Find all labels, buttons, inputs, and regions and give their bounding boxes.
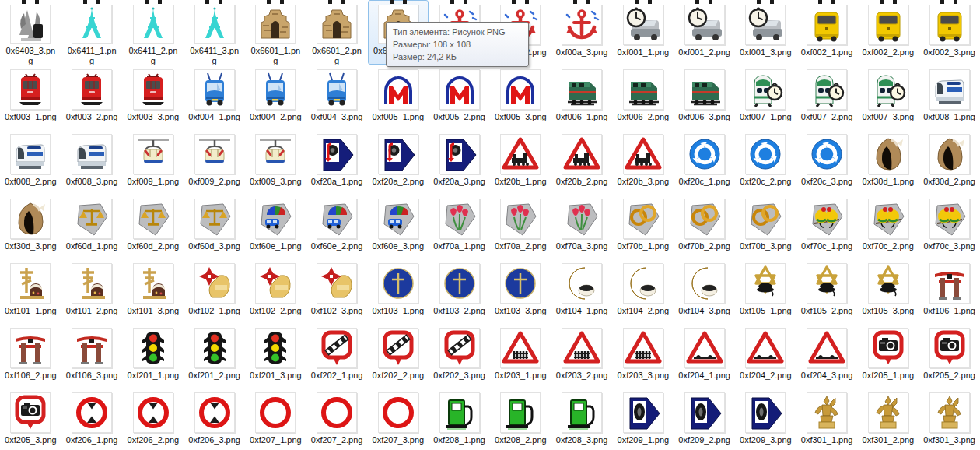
file-item[interactable]: 0xf104_1.png <box>551 258 613 323</box>
file-item[interactable]: 0xf106_1.png <box>919 258 980 323</box>
file-item[interactable]: 0xf20b_3.png <box>613 129 674 194</box>
file-item[interactable]: 0xf20c_2.png <box>735 129 796 194</box>
file-item[interactable]: 0xf301_1.png <box>796 388 858 450</box>
file-item[interactable]: 0xf70b_1.png <box>613 194 674 258</box>
file-item[interactable]: 0xf007_1.png <box>735 65 796 129</box>
file-item[interactable]: 0xf105_1.png <box>735 258 796 323</box>
file-item[interactable]: 0xf209_3.png <box>735 388 796 450</box>
file-item[interactable]: 0xf20a_1.png <box>306 129 368 194</box>
file-item[interactable]: 0xf30d_2.png <box>919 129 980 194</box>
file-item[interactable]: 0xf002_1.png <box>796 0 858 65</box>
file-item[interactable]: 0xf20b_1.png <box>490 129 551 194</box>
file-item[interactable]: 0xf209_1.png <box>613 388 674 450</box>
file-item[interactable]: 0xf207_1.png <box>245 388 306 450</box>
file-item[interactable]: 0xf103_1.png <box>368 258 429 323</box>
file-item[interactable]: 0xf004_1.png <box>184 65 245 129</box>
file-item[interactable]: 0xf205_1.png <box>858 323 919 388</box>
file-item[interactable]: 0xf70a_1.png <box>429 194 490 258</box>
file-item[interactable]: 0xf30d_3.png <box>0 194 61 258</box>
file-item[interactable]: 0xf004_3.png <box>306 65 368 129</box>
file-item[interactable]: 0xf006_1.png <box>551 65 613 129</box>
file-item[interactable]: 0xf301_3.png <box>919 388 980 450</box>
file-item[interactable]: 0xf005_2.png <box>429 65 490 129</box>
file-item[interactable]: 0xf209_2.png <box>674 388 735 450</box>
file-item[interactable]: 0xf104_2.png <box>613 258 674 323</box>
file-item[interactable]: 0x6601_1.png <box>245 0 306 65</box>
file-item[interactable]: 0xf009_2.png <box>184 129 245 194</box>
file-item[interactable]: 0xf70c_2.png <box>858 194 919 258</box>
file-item[interactable]: 0xf20c_1.png <box>674 129 735 194</box>
file-item[interactable]: 0xf301_2.png <box>858 388 919 450</box>
file-item[interactable]: 0xf202_2.png <box>368 323 429 388</box>
file-item[interactable]: 0xf102_1.png <box>184 258 245 323</box>
file-item[interactable]: 0xf208_1.png <box>429 388 490 450</box>
file-item[interactable]: 0xf102_3.png <box>306 258 368 323</box>
file-item[interactable]: 0xf205_2.png <box>919 323 980 388</box>
file-item[interactable]: 0xf106_2.png <box>0 323 61 388</box>
file-item[interactable]: 0xf20a_3.png <box>429 129 490 194</box>
file-item[interactable]: 0xf003_3.png <box>123 65 184 129</box>
file-item[interactable]: 0xf20a_2.png <box>368 129 429 194</box>
file-item[interactable]: 0xf101_1.png <box>0 258 61 323</box>
file-item[interactable]: 0xf70b_2.png <box>674 194 735 258</box>
file-item[interactable]: 0xf206_3.png <box>184 388 245 450</box>
file-item[interactable]: 0xf203_2.png <box>551 323 613 388</box>
file-item[interactable]: 0xf006_2.png <box>613 65 674 129</box>
file-item[interactable]: 0xf208_3.png <box>551 388 613 450</box>
file-item[interactable]: 0xf201_1.png <box>123 323 184 388</box>
file-item[interactable]: 0xf003_2.png <box>61 65 123 129</box>
file-item[interactable]: 0xf70c_3.png <box>919 194 980 258</box>
file-item[interactable]: 0xf006_3.png <box>674 65 735 129</box>
file-item[interactable]: 0xf203_3.png <box>613 323 674 388</box>
file-item[interactable]: 0xf007_3.png <box>858 65 919 129</box>
file-item[interactable]: 0xf106_3.png <box>61 323 123 388</box>
file-item[interactable]: 0xf60d_2.png <box>123 194 184 258</box>
file-item[interactable]: 0xf60e_2.png <box>306 194 368 258</box>
file-item[interactable]: 0xf204_3.png <box>796 323 858 388</box>
file-item[interactable]: 0xf001_2.png <box>674 0 735 65</box>
file-item[interactable]: 0xf208_2.png <box>490 388 551 450</box>
file-item[interactable]: 0xf00a_3.png <box>551 0 613 65</box>
file-item[interactable]: 0xf204_2.png <box>735 323 796 388</box>
file-item[interactable]: 0xf005_1.png <box>368 65 429 129</box>
file-item[interactable]: 0xf20c_3.png <box>796 129 858 194</box>
file-item[interactable]: 0xf002_2.png <box>858 0 919 65</box>
file-item[interactable]: 0xf001_3.png <box>735 0 796 65</box>
file-item[interactable]: 0xf204_1.png <box>674 323 735 388</box>
file-item[interactable]: 0xf001_1.png <box>613 0 674 65</box>
file-item[interactable]: 0xf005_3.png <box>490 65 551 129</box>
file-item[interactable]: 0xf203_1.png <box>490 323 551 388</box>
file-item[interactable]: 0xf105_2.png <box>796 258 858 323</box>
file-item[interactable]: 0xf002_3.png <box>919 0 980 65</box>
file-item[interactable]: 0x6403_3.png <box>0 0 61 65</box>
file-item[interactable]: 0xf70a_2.png <box>490 194 551 258</box>
file-item[interactable]: 0xf207_3.png <box>368 388 429 450</box>
file-item[interactable]: 0xf102_2.png <box>245 258 306 323</box>
file-item[interactable]: 0x6411_2.png <box>123 0 184 65</box>
file-item[interactable]: 0xf101_3.png <box>123 258 184 323</box>
file-item[interactable]: 0xf70a_3.png <box>551 194 613 258</box>
file-item[interactable]: 0xf008_2.png <box>0 129 61 194</box>
file-item[interactable]: 0xf104_3.png <box>674 258 735 323</box>
file-item[interactable]: 0xf20b_2.png <box>551 129 613 194</box>
file-item[interactable]: 0xf70c_1.png <box>796 194 858 258</box>
file-item[interactable]: 0xf60e_3.png <box>368 194 429 258</box>
file-item[interactable]: 0x6411_3.png <box>184 0 245 65</box>
file-item[interactable]: 0xf007_2.png <box>796 65 858 129</box>
file-item[interactable]: 0xf103_3.png <box>490 258 551 323</box>
file-item[interactable]: 0xf206_1.png <box>61 388 123 450</box>
file-item[interactable]: 0xf60d_1.png <box>61 194 123 258</box>
file-item[interactable]: 0xf30d_1.png <box>858 129 919 194</box>
file-item[interactable]: 0x6411_1.png <box>61 0 123 65</box>
file-item[interactable]: 0xf009_3.png <box>245 129 306 194</box>
file-item[interactable]: 0xf60d_3.png <box>184 194 245 258</box>
file-item[interactable]: 0xf105_3.png <box>858 258 919 323</box>
file-item[interactable]: 0xf70b_3.png <box>735 194 796 258</box>
file-item[interactable]: 0xf207_2.png <box>306 388 368 450</box>
file-item[interactable]: 0xf206_2.png <box>123 388 184 450</box>
file-item[interactable]: 0xf60e_1.png <box>245 194 306 258</box>
file-item[interactable]: 0xf205_3.png <box>0 388 61 450</box>
file-item[interactable]: 0xf201_2.png <box>184 323 245 388</box>
file-item[interactable]: 0xf009_1.png <box>123 129 184 194</box>
file-item[interactable]: 0xf202_1.png <box>306 323 368 388</box>
